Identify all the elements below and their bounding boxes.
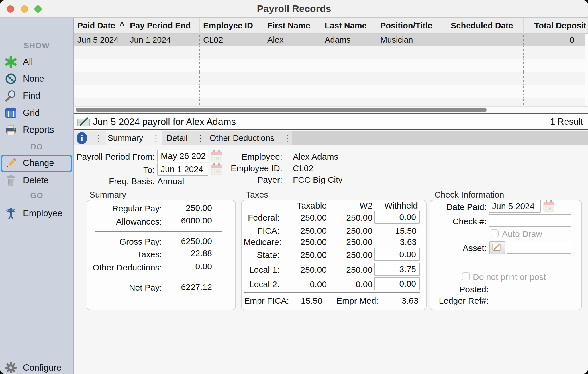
check-number-input[interactable] [489,214,571,227]
other-deductions-value: 0.00 [155,262,212,271]
sidebar-item-find[interactable]: Find [0,88,73,104]
medicare-w2: 250.00 [332,237,373,247]
tab-other-deductions[interactable]: Other Deductions ⋮ [209,131,292,145]
column-header-last-name[interactable]: Last Name [321,18,377,33]
auto-draw-label: Auto Draw [502,229,542,239]
table-cell: Adams [321,34,377,46]
column-header-paid-date[interactable]: Paid Date^ [74,18,126,33]
table-cell: CL02 [200,34,264,46]
regular-pay-value: 250.00 [155,203,212,213]
menu-dots-icon[interactable]: ⋮ [95,134,103,142]
sidebar-item-label: All [23,57,33,67]
auto-draw-checkbox[interactable] [491,229,499,237]
sidebar-footer-divider [0,359,73,359]
local2-w2: 0.00 [332,279,373,289]
empr-med-label: Empr Med: [336,296,379,306]
federal-taxable: 250.00 [284,213,327,223]
employee-id-label: Employee ID: [201,163,282,173]
sidebar-item-label: Find [23,91,40,101]
table-empty-row[interactable] [74,85,585,98]
table-row-selected[interactable]: Jun 5 2024 Jun 1 2024 CL02 Alex Adams Mu… [74,34,585,46]
local1-taxable: 250.00 [284,265,327,275]
taxes-group-title: Taxes [246,190,268,200]
sidebar-item-label: Delete [23,175,49,186]
column-header-employee-id[interactable]: Employee ID [200,18,264,33]
horizontal-scrollbar[interactable] [74,106,588,113]
title-bar: Payroll Records [0,0,588,18]
sidebar-item-none[interactable]: None [0,71,73,87]
menu-dots-icon[interactable]: ⋮ [152,134,160,142]
local2-taxable: 0.00 [284,279,327,289]
local2-withheld-input[interactable] [374,277,420,290]
state-label: State: [244,250,279,260]
sidebar-item-all[interactable]: All [0,54,73,70]
allowances-value: 6000.00 [155,216,212,225]
column-header-position-title[interactable]: Position/Title [377,18,447,33]
taxes-divider [244,292,420,293]
menu-dots-icon[interactable]: ⋮ [283,134,291,142]
check-info-divider [439,268,567,268]
empr-fica-value: 15.50 [284,296,322,306]
column-header-total-deposit[interactable]: Total Deposit [524,18,588,33]
info-icon[interactable]: i [77,132,87,144]
state-taxable: 250.00 [284,250,327,260]
tab-summary[interactable]: Summary ⋮ [106,131,162,145]
column-header-pay-period-end[interactable]: Pay Period End [126,18,200,33]
fica-taxable: 250.00 [284,226,327,236]
sidebar-item-label: Change [23,158,54,168]
federal-withheld-input[interactable] [374,211,420,224]
record-status-bar: Jun 5 2024 payroll for Alex Adams 1 Resu… [74,114,588,130]
sidebar-item-label: Configure [23,363,61,373]
column-header-first-name[interactable]: First Name [264,18,321,33]
summary-divider [95,231,222,232]
window-title: Payroll Records [0,0,588,18]
empr-med-value: 3.63 [381,296,418,306]
sidebar: SHOW All None Find Grid [0,18,74,374]
record-title: Jun 5 2024 payroll for Alex Adams [93,116,236,127]
freq-basis-value: Annual [157,176,184,186]
person-icon [3,207,18,220]
federal-w2: 250.00 [332,213,373,223]
net-pay-value: 6227.12 [155,282,212,292]
taxes-label: Taxes: [92,250,162,259]
detail-tab-bar: i ⋮ Summary ⋮ Detail ⋮ Other Deductions … [74,131,588,145]
fica-w2: 250.00 [332,226,373,236]
sidebar-item-reports[interactable]: Reports [0,122,73,138]
sidebar-section-show: SHOW [0,40,73,51]
magnifier-icon [3,89,18,102]
horizontal-scrollbar-thumb[interactable] [76,108,487,112]
fica-label: FICA: [244,226,279,236]
sidebar-item-delete[interactable]: Delete [0,172,73,188]
grid-icon [3,107,18,119]
table-empty-row[interactable] [74,46,585,59]
asset-label: Asset: [433,243,487,253]
payroll-records-window: Payroll Records SHOW All None Find [0,0,588,374]
table-empty-row[interactable] [74,59,585,72]
result-count: 1 Result [550,117,583,127]
state-withheld-input[interactable] [374,248,420,261]
column-header-scheduled-date[interactable]: Scheduled Date [447,18,524,33]
table-empty-row[interactable] [74,72,585,85]
sidebar-item-label: Employee [23,208,62,219]
employee-id-value: CL02 [293,163,313,173]
gross-pay-label: Gross Pay: [92,237,162,247]
medicare-taxable: 250.00 [284,237,327,247]
tab-detail[interactable]: Detail ⋮ [162,131,209,145]
asset-input[interactable] [507,242,571,254]
sidebar-item-employee[interactable]: Employee [0,205,73,221]
trash-icon [3,174,18,187]
local1-withheld-input[interactable] [374,263,420,276]
taxes-value: 22.88 [155,248,212,258]
net-pay-label: Net Pay: [92,283,162,293]
state-w2: 250.00 [332,250,373,260]
sidebar-item-configure[interactable]: Configure [0,360,73,374]
calendar-icon[interactable] [543,200,554,214]
sidebar-item-change[interactable]: Change [0,155,73,171]
date-paid-input[interactable] [489,200,541,213]
do-not-print-checkbox[interactable] [462,272,470,280]
menu-dots-icon[interactable]: ⋮ [196,134,205,142]
sort-ascending-icon: ^ [120,21,124,29]
record-info-segment: i ⋮ [74,131,106,145]
asset-picker-button[interactable] [489,241,505,254]
sidebar-item-grid[interactable]: Grid [0,105,73,121]
